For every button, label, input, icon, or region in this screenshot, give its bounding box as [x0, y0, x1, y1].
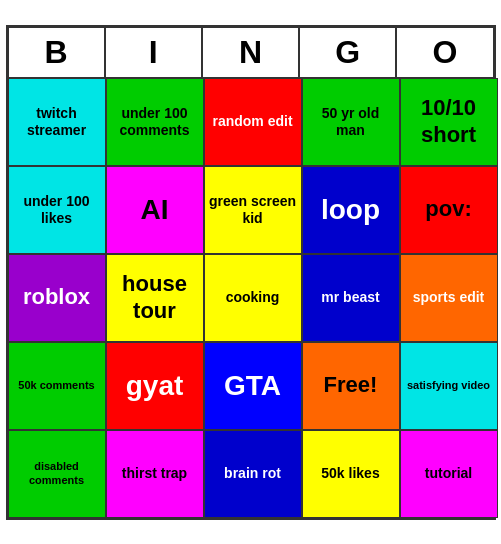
header-letter: B: [8, 27, 105, 78]
header-letter: O: [396, 27, 493, 78]
bingo-cell[interactable]: loop: [302, 166, 400, 254]
bingo-cell[interactable]: AI: [106, 166, 204, 254]
bingo-header: BINGO: [8, 27, 494, 78]
bingo-cell[interactable]: cooking: [204, 254, 302, 342]
bingo-cell[interactable]: pov:: [400, 166, 498, 254]
bingo-cell[interactable]: disabled comments: [8, 430, 106, 518]
bingo-cell[interactable]: 50k likes: [302, 430, 400, 518]
bingo-cell[interactable]: Free!: [302, 342, 400, 430]
bingo-cell[interactable]: brain rot: [204, 430, 302, 518]
header-letter: N: [202, 27, 299, 78]
bingo-cell[interactable]: under 100 comments: [106, 78, 204, 166]
bingo-card: BINGO twitch streamerunder 100 commentsr…: [6, 25, 496, 520]
bingo-cell[interactable]: 10/10 short: [400, 78, 498, 166]
bingo-grid: twitch streamerunder 100 commentsrandom …: [8, 78, 494, 518]
bingo-cell[interactable]: under 100 likes: [8, 166, 106, 254]
bingo-cell[interactable]: roblox: [8, 254, 106, 342]
bingo-cell[interactable]: 50 yr old man: [302, 78, 400, 166]
bingo-cell[interactable]: thirst trap: [106, 430, 204, 518]
bingo-cell[interactable]: GTA: [204, 342, 302, 430]
header-letter: I: [105, 27, 202, 78]
bingo-cell[interactable]: sports edit: [400, 254, 498, 342]
bingo-cell[interactable]: mr beast: [302, 254, 400, 342]
bingo-cell[interactable]: random edit: [204, 78, 302, 166]
bingo-cell[interactable]: twitch streamer: [8, 78, 106, 166]
bingo-cell[interactable]: 50k comments: [8, 342, 106, 430]
bingo-cell[interactable]: gyat: [106, 342, 204, 430]
bingo-cell[interactable]: tutorial: [400, 430, 498, 518]
bingo-cell[interactable]: satisfying video: [400, 342, 498, 430]
header-letter: G: [299, 27, 396, 78]
bingo-cell[interactable]: house tour: [106, 254, 204, 342]
bingo-cell[interactable]: green screen kid: [204, 166, 302, 254]
